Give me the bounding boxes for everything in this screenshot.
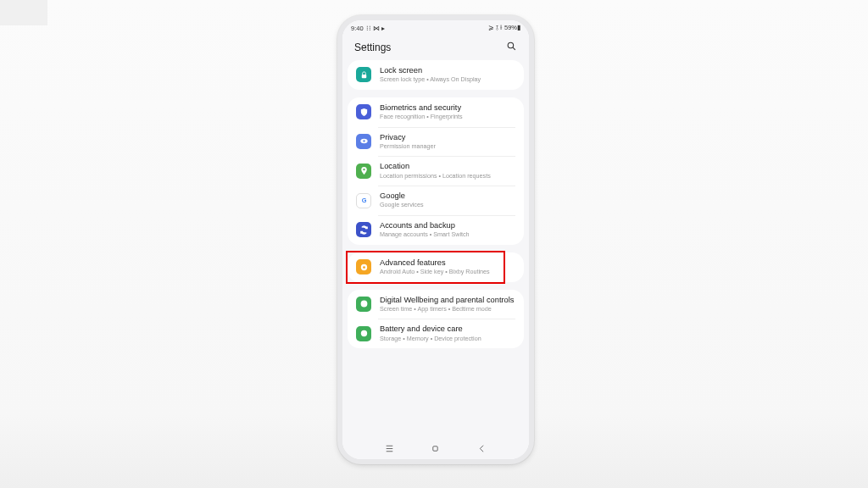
page-corner-tab [0,0,47,25]
search-icon[interactable] [506,41,517,53]
item-title: Privacy [380,133,436,142]
item-title: Accounts and backup [380,221,470,230]
item-subtitle: Storage • Memory • Device protection [380,336,481,343]
settings-group: Lock screenScreen lock type • Always On … [348,60,524,90]
status-left-indicators: ⁝⁝ ⋈ ▸ [366,25,385,32]
settings-item-location[interactable]: LocationLocation permissions • Location … [348,156,524,186]
item-title: Digital Wellbeing and parental controls [380,296,514,305]
settings-item-advanced[interactable]: Advanced featuresAndroid Auto • Side key… [348,252,524,282]
settings-item-battery[interactable]: Battery and device careStorage • Memory … [348,319,524,348]
home-button[interactable] [430,443,441,456]
status-bar: 9:40 ⁝⁝ ⋈ ▸ ⩾ ⫱ ⫲ 59%▮ [342,20,529,36]
item-subtitle: Screen time • App timers • Bedtime mode [380,306,514,313]
sync-icon [356,222,371,237]
google-icon: G [356,193,371,208]
phone-screen: 9:40 ⁝⁝ ⋈ ▸ ⩾ ⫱ ⫲ 59%▮ Settings Lock scr… [342,20,529,459]
settings-item-accounts[interactable]: Accounts and backupManage accounts • Sma… [348,215,524,245]
item-subtitle: Screen lock type • Always On Display [380,76,481,84]
item-title: Google [380,191,424,201]
gear-icon [356,259,371,274]
item-subtitle: Android Auto • Side key • Bixby Routines [380,269,490,276]
svg-point-9 [361,302,366,307]
settings-item-lock-screen[interactable]: Lock screenScreen lock type • Always On … [348,60,524,90]
settings-item-wellbeing[interactable]: Digital Wellbeing and parental controlsS… [348,290,524,319]
settings-header: Settings [342,36,529,58]
navigation-bar [342,439,529,459]
item-subtitle: Manage accounts • Smart Switch [380,231,470,239]
settings-item-google[interactable]: GGoogleGoogle services [348,186,524,215]
svg-point-0 [508,42,514,48]
svg-line-1 [513,47,515,50]
shield-icon [356,104,371,119]
item-subtitle: Google services [380,202,424,209]
settings-group: Biometrics and securityFace recognition … [348,97,524,245]
circle-icon [356,297,371,312]
item-title: Battery and device care [380,324,481,334]
item-subtitle: Permission manager [380,143,436,151]
svg-rect-14 [433,446,437,450]
svg-rect-2 [361,75,366,78]
pin-icon [356,164,371,179]
settings-group: Digital Wellbeing and parental controlsS… [348,290,524,349]
lock-icon [356,67,371,82]
item-title: Location [380,162,491,171]
item-title: Advanced features [380,258,490,268]
item-title: Biometrics and security [380,103,463,113]
eye-icon [356,134,371,149]
phone-frame: 9:40 ⁝⁝ ⋈ ▸ ⩾ ⫱ ⫲ 59%▮ Settings Lock scr… [337,15,534,464]
svg-point-8 [363,266,365,269]
settings-item-privacy[interactable]: PrivacyPermission manager [348,127,524,157]
svg-text:G: G [361,197,366,204]
page-title: Settings [354,42,391,53]
svg-point-4 [363,141,364,142]
item-title: Lock screen [380,66,481,75]
svg-point-10 [360,330,366,336]
settings-item-biometrics[interactable]: Biometrics and securityFace recognition … [348,97,524,127]
settings-list[interactable]: Lock screenScreen lock type • Always On … [342,58,529,439]
status-right-indicators: ⩾ ⫱ ⫲ 59%▮ [488,24,520,32]
recents-button[interactable] [384,443,395,456]
status-time: 9:40 [351,25,364,32]
heart-icon [356,326,371,341]
back-button[interactable] [476,443,487,456]
svg-point-5 [363,169,364,170]
item-subtitle: Face recognition • Fingerprints [380,114,463,121]
settings-group: Advanced featuresAndroid Auto • Side key… [348,252,524,282]
item-subtitle: Location permissions • Location requests [380,173,491,180]
